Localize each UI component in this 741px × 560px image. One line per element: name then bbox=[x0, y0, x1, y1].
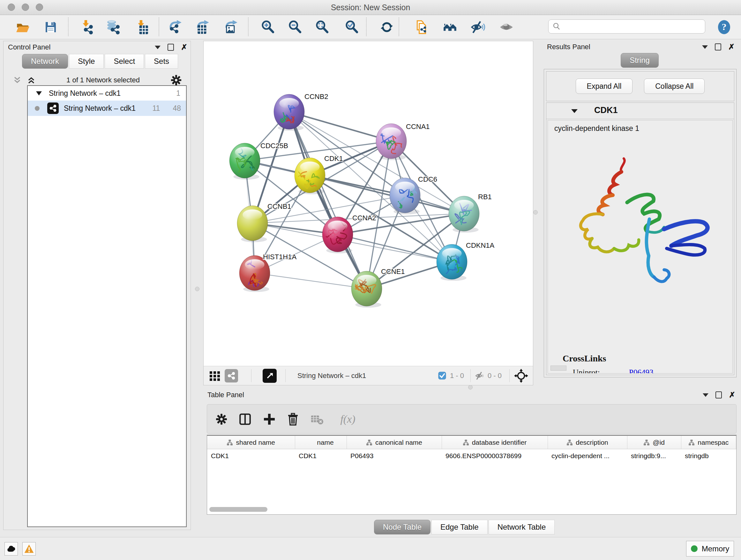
network-node[interactable] bbox=[350, 271, 382, 308]
zoom-window-button[interactable] bbox=[36, 3, 43, 11]
network-node[interactable] bbox=[449, 196, 479, 233]
column-header[interactable]: shared name bbox=[207, 436, 295, 449]
network-node[interactable] bbox=[376, 124, 407, 160]
entry-header[interactable]: CDK1 bbox=[546, 103, 734, 119]
network-node[interactable] bbox=[237, 206, 268, 242]
minimize-window-button[interactable] bbox=[22, 3, 29, 11]
collapse-triangle-icon[interactable] bbox=[36, 91, 42, 96]
left-splitter-handle[interactable] bbox=[195, 287, 199, 291]
network-collection-row[interactable]: String Network – cdk1 1 bbox=[28, 86, 186, 101]
scrollbar-thumb[interactable] bbox=[209, 507, 267, 512]
create-column-button[interactable] bbox=[262, 412, 277, 427]
expand-all-networks-icon[interactable] bbox=[26, 75, 36, 85]
network-node[interactable] bbox=[239, 255, 270, 292]
results-scrollbar-thumb[interactable] bbox=[550, 366, 566, 371]
table-type-tabs: Node TableEdge TableNetwork Table bbox=[374, 520, 556, 535]
network-node[interactable] bbox=[436, 244, 467, 281]
column-header[interactable]: @id bbox=[627, 436, 681, 449]
export-image-button[interactable] bbox=[224, 19, 240, 35]
network-row-selected[interactable]: String Network – cdk1 11 48 bbox=[28, 101, 186, 116]
memory-button[interactable]: Memory bbox=[686, 541, 734, 557]
warnings-button[interactable] bbox=[22, 542, 36, 556]
close-window-button[interactable] bbox=[8, 3, 15, 11]
show-columns-button[interactable] bbox=[238, 412, 253, 427]
column-header[interactable]: name bbox=[295, 436, 347, 449]
float-panel-icon[interactable] bbox=[703, 393, 709, 397]
tab-edge-table[interactable]: Edge Table bbox=[431, 520, 488, 535]
network-canvas[interactable]: CCNB2CCNA1CDC25BCDK1CDC6RB1CCNB1CCNA2CDK… bbox=[204, 41, 533, 366]
search-input[interactable] bbox=[563, 22, 701, 30]
zoom-out-button[interactable] bbox=[287, 19, 303, 35]
network-node[interactable] bbox=[294, 158, 325, 195]
delete-column-button[interactable] bbox=[286, 412, 300, 427]
pan-navigate-button[interactable] bbox=[514, 366, 529, 385]
protein-structure-image bbox=[565, 138, 719, 310]
import-network-file-button[interactable] bbox=[78, 19, 94, 35]
table-horizontal-scrollbar[interactable] bbox=[207, 506, 736, 513]
column-header[interactable]: canonical name bbox=[347, 436, 442, 449]
toolbar-separator bbox=[68, 17, 69, 36]
column-header[interactable]: database identifier bbox=[442, 436, 548, 449]
import-table-file-button[interactable] bbox=[134, 19, 150, 35]
table-options-button[interactable] bbox=[214, 412, 229, 427]
birdseye-grid-button[interactable] bbox=[209, 366, 221, 385]
network-node[interactable] bbox=[318, 215, 353, 253]
table-row[interactable]: CDK1 CDK1 P06493 9606.ENSP00000378699 cy… bbox=[207, 449, 736, 463]
network-node[interactable] bbox=[274, 94, 305, 131]
eye-slash-icon bbox=[471, 20, 485, 35]
network-node[interactable] bbox=[229, 143, 262, 180]
maximize-panel-icon[interactable] bbox=[715, 44, 721, 51]
help-button[interactable]: ? bbox=[716, 19, 732, 35]
close-panel-icon[interactable]: ✗ bbox=[728, 44, 735, 50]
selected-checkbox[interactable] bbox=[438, 366, 446, 385]
column-header[interactable]: description bbox=[548, 436, 627, 449]
tab-network-table[interactable]: Network Table bbox=[488, 520, 555, 535]
column-header[interactable]: namespac bbox=[681, 436, 736, 449]
maximize-panel-icon[interactable] bbox=[167, 44, 174, 51]
tab-node-table[interactable]: Node Table bbox=[374, 520, 430, 535]
float-panel-icon[interactable] bbox=[702, 45, 708, 49]
tab-string[interactable]: String bbox=[621, 53, 659, 68]
float-panel-icon[interactable] bbox=[155, 46, 160, 49]
tab-network[interactable]: Network bbox=[22, 54, 68, 69]
fit-content-button[interactable] bbox=[314, 19, 330, 35]
hide-selected-button[interactable] bbox=[470, 19, 486, 35]
export-network-button[interactable] bbox=[168, 19, 184, 35]
close-panel-icon[interactable]: ✗ bbox=[181, 44, 187, 50]
tab-select[interactable]: Select bbox=[105, 54, 144, 69]
close-panel-icon[interactable]: ✗ bbox=[729, 392, 735, 398]
toolbar-separator bbox=[399, 17, 399, 36]
detach-view-button[interactable] bbox=[263, 366, 277, 385]
save-session-button[interactable] bbox=[43, 19, 59, 35]
expand-all-button[interactable]: Expand All bbox=[576, 78, 633, 94]
zoom-selected-button[interactable] bbox=[344, 19, 360, 35]
cloud-status-button[interactable] bbox=[4, 542, 18, 556]
entry-body: cyclin-dependent kinase 1 bbox=[548, 120, 733, 374]
show-all-button[interactable] bbox=[498, 19, 515, 35]
node-table[interactable]: shared name name canonical name database… bbox=[207, 435, 737, 515]
network-list: String Network – cdk1 1 String Network –… bbox=[27, 85, 187, 527]
tab-style[interactable]: Style bbox=[69, 54, 104, 69]
shared-column-icon bbox=[226, 439, 233, 446]
maximize-panel-icon[interactable] bbox=[716, 391, 722, 398]
collapse-all-networks-icon[interactable] bbox=[12, 75, 22, 85]
crosslink-link[interactable]: P06493 bbox=[629, 368, 653, 374]
grid-icon bbox=[209, 369, 221, 382]
collapse-entry-icon[interactable] bbox=[571, 109, 578, 113]
import-network-database-button[interactable] bbox=[105, 19, 121, 35]
zoom-in-button[interactable] bbox=[260, 19, 276, 35]
toolbar-search[interactable] bbox=[548, 19, 705, 34]
network-type-button[interactable] bbox=[225, 366, 238, 385]
open-session-button[interactable] bbox=[15, 19, 30, 35]
search-icon bbox=[552, 22, 561, 30]
new-network-from-selection-button[interactable] bbox=[414, 19, 429, 35]
export-table-button[interactable] bbox=[195, 19, 211, 35]
net-toolbar-separator bbox=[470, 369, 471, 382]
tab-sets[interactable]: Sets bbox=[145, 54, 178, 69]
collapse-all-button[interactable]: Collapse All bbox=[644, 78, 704, 94]
first-neighbors-button[interactable] bbox=[442, 19, 458, 35]
cloud-icon bbox=[6, 544, 16, 554]
right-splitter-handle[interactable] bbox=[533, 210, 538, 214]
apply-layout-button[interactable] bbox=[379, 19, 395, 35]
network-options-gear-icon[interactable] bbox=[170, 74, 182, 86]
